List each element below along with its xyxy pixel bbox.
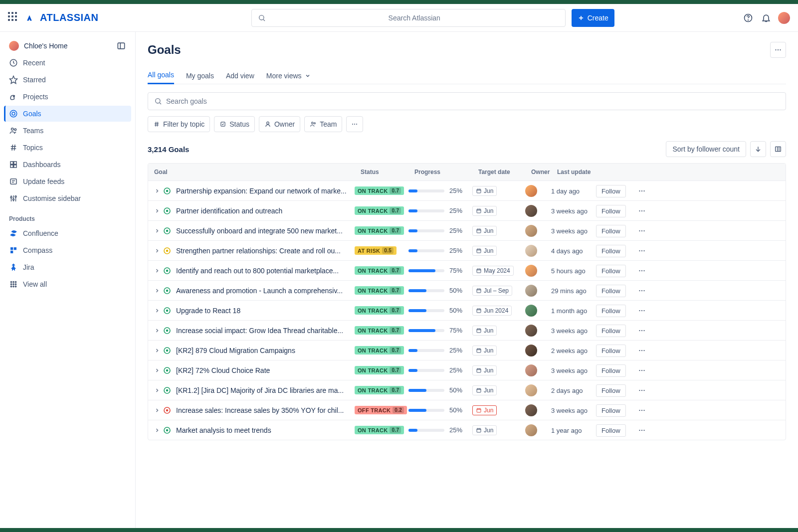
tab-more-views[interactable]: More views	[266, 67, 311, 84]
target-date-chip[interactable]: Jun 2024	[472, 306, 512, 316]
follow-button[interactable]: Follow	[596, 384, 626, 397]
owner-avatar[interactable]	[525, 404, 537, 416]
follow-button[interactable]: Follow	[596, 285, 626, 297]
owner-avatar[interactable]	[525, 185, 537, 197]
owner-avatar[interactable]	[525, 265, 537, 277]
status-badge[interactable]: AT RISK0.5	[355, 246, 397, 255]
target-date-chip[interactable]: Jun	[472, 385, 497, 395]
row-more-actions[interactable]	[632, 346, 652, 355]
filter-team[interactable]: Team	[304, 116, 342, 132]
goal-name[interactable]: Partner identification and outreach	[172, 207, 355, 215]
follow-button[interactable]: Follow	[596, 225, 626, 237]
row-more-actions[interactable]	[632, 386, 652, 395]
sidebar-product-compass[interactable]: Compass	[4, 242, 131, 258]
owner-avatar[interactable]	[525, 345, 537, 356]
expand-row[interactable]	[152, 188, 162, 194]
goal-name[interactable]: Partnership expansion: Expand our networ…	[172, 187, 355, 195]
status-badge[interactable]: ON TRACK0.7	[355, 286, 404, 295]
global-search-input[interactable]: Search Atlassian	[251, 9, 566, 27]
row-more-actions[interactable]	[632, 306, 652, 315]
goal-name[interactable]: [KR1.2] [Jira DC] Majority of Jira DC li…	[172, 386, 355, 394]
goal-name[interactable]: Successfully onboard and integrate 500 n…	[172, 227, 355, 235]
status-badge[interactable]: ON TRACK0.7	[355, 266, 404, 275]
follow-button[interactable]: Follow	[596, 345, 626, 357]
expand-row[interactable]	[152, 328, 162, 334]
goal-name[interactable]: [KR2] 879 Cloud Migration Campaigns	[172, 347, 355, 355]
header-last-update[interactable]: Last update	[557, 169, 602, 176]
follow-button[interactable]: Follow	[596, 364, 626, 377]
status-badge[interactable]: ON TRACK0.7	[355, 326, 404, 335]
follow-button[interactable]: Follow	[596, 205, 626, 217]
header-goal[interactable]: Goal	[152, 169, 361, 176]
expand-row[interactable]	[152, 407, 162, 413]
target-date-chip[interactable]: Jun	[472, 425, 497, 435]
help-icon[interactable]	[742, 12, 754, 24]
target-date-chip[interactable]: Jun	[472, 346, 497, 355]
goal-search-input[interactable]: Search goals	[148, 92, 786, 110]
sidebar-home[interactable]: Chloe's Home	[4, 38, 131, 54]
app-switcher-icon[interactable]	[8, 12, 20, 24]
tab-all-goals[interactable]: All goals	[148, 67, 174, 84]
goal-name[interactable]: Increase social impact: Grow Idea Thread…	[172, 327, 355, 335]
follow-button[interactable]: Follow	[596, 185, 626, 197]
follow-button[interactable]: Follow	[596, 245, 626, 257]
expand-row[interactable]	[152, 308, 162, 314]
row-more-actions[interactable]	[632, 286, 652, 295]
sidebar-product-jira[interactable]: Jira	[4, 259, 131, 275]
sort-button[interactable]: Sort by follower count	[666, 141, 746, 157]
status-badge[interactable]: ON TRACK0.7	[355, 366, 404, 374]
follow-button[interactable]: Follow	[596, 404, 626, 417]
status-badge[interactable]: ON TRACK0.7	[355, 186, 404, 195]
header-status[interactable]: Status	[361, 169, 414, 176]
target-date-chip[interactable]: Jun	[472, 226, 497, 236]
columns-button[interactable]	[770, 141, 786, 157]
row-more-actions[interactable]	[632, 326, 652, 335]
owner-avatar[interactable]	[525, 205, 537, 217]
sidebar-item-projects[interactable]: Projects	[4, 89, 131, 105]
filter-topic[interactable]: Filter by topic	[148, 116, 210, 132]
expand-row[interactable]	[152, 427, 162, 433]
follow-button[interactable]: Follow	[596, 325, 626, 337]
follow-button[interactable]: Follow	[596, 305, 626, 317]
owner-avatar[interactable]	[525, 245, 537, 257]
header-target-date[interactable]: Target date	[478, 169, 531, 176]
page-more-actions[interactable]	[770, 42, 786, 58]
target-date-chip[interactable]: Jun	[472, 326, 497, 336]
sidebar-item-goals[interactable]: Goals	[4, 106, 131, 122]
goal-name[interactable]: [KR2] 72% Cloud Choice Rate	[172, 366, 355, 374]
goal-name[interactable]: Strengthen partner relationships: Create…	[172, 247, 355, 255]
owner-avatar[interactable]	[525, 285, 537, 297]
owner-avatar[interactable]	[525, 364, 537, 376]
sidebar-item-update-feeds[interactable]: Update feeds	[4, 174, 131, 189]
target-date-chip[interactable]: Jun	[472, 365, 497, 375]
sidebar-item-customise[interactable]: Customise sidebar	[4, 190, 131, 206]
expand-row[interactable]	[152, 228, 162, 234]
status-badge[interactable]: OFF TRACK0.2	[355, 406, 407, 414]
expand-row[interactable]	[152, 208, 162, 214]
tab-my-goals[interactable]: My goals	[186, 67, 214, 84]
collapse-sidebar-icon[interactable]	[116, 41, 126, 51]
header-owner[interactable]: Owner	[531, 169, 557, 176]
goal-name[interactable]: Awareness and promotion - Launch a compr…	[172, 287, 355, 295]
brand-logo[interactable]: ATLASSIAN	[24, 12, 98, 23]
status-badge[interactable]: ON TRACK0.7	[355, 206, 404, 215]
follow-button[interactable]: Follow	[596, 265, 626, 277]
sidebar-product-confluence[interactable]: Confluence	[4, 225, 131, 241]
follow-button[interactable]: Follow	[596, 424, 626, 437]
target-date-chip[interactable]: Jul – Sep	[472, 286, 512, 296]
row-more-actions[interactable]	[632, 406, 652, 415]
row-more-actions[interactable]	[632, 186, 652, 195]
row-more-actions[interactable]	[632, 366, 652, 375]
sidebar-item-dashboards[interactable]: Dashboards	[4, 157, 131, 173]
filter-more[interactable]	[346, 116, 363, 132]
sidebar-item-recent[interactable]: Recent	[4, 55, 131, 71]
expand-row[interactable]	[152, 288, 162, 294]
status-badge[interactable]: ON TRACK0.7	[355, 346, 404, 355]
expand-row[interactable]	[152, 367, 162, 373]
sort-direction-button[interactable]	[750, 141, 766, 157]
user-avatar[interactable]	[778, 12, 790, 24]
sidebar-item-topics[interactable]: Topics	[4, 140, 131, 156]
target-date-chip[interactable]: Jun	[472, 206, 497, 216]
expand-row[interactable]	[152, 268, 162, 274]
expand-row[interactable]	[152, 387, 162, 393]
